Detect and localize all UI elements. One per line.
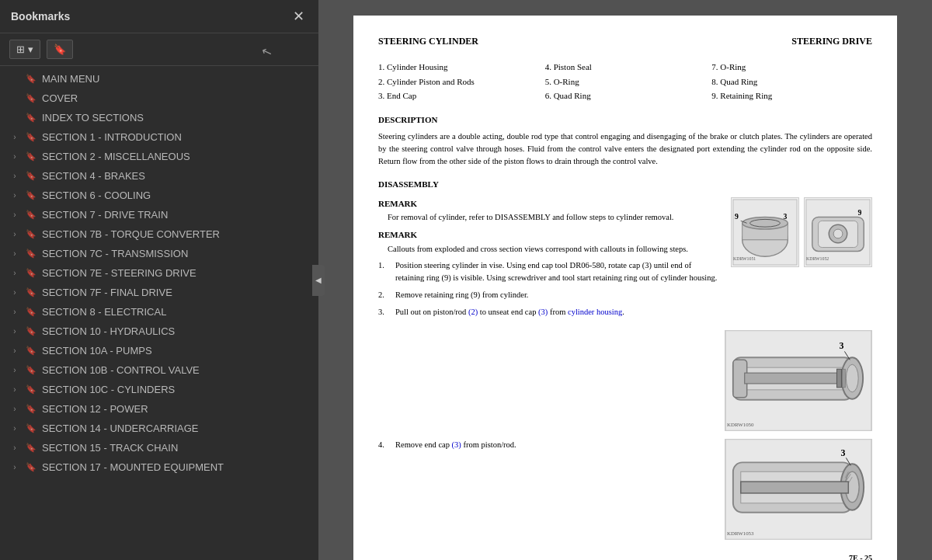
diagram-2: 9 KDRW1052 <box>804 197 872 267</box>
bookmark-item-section-7c[interactable]: ›🔖SECTION 7C - TRANSMISSION <box>0 244 318 263</box>
bookmark-label: SECTION 10 - HYDRAULICS <box>42 325 312 337</box>
bookmark-item-section-10b[interactable]: ›🔖SECTION 10B - CONTROL VALVE <box>0 360 318 380</box>
bookmark-label: SECTION 10C - CYLINDERS <box>42 384 312 395</box>
cursor-arrow-icon: ↖ <box>259 43 274 60</box>
bookmark-item-cover[interactable]: 🔖COVER <box>0 89 318 108</box>
bookmark-item-section-10c[interactable]: ›🔖SECTION 10C - CYLINDERS <box>0 380 318 399</box>
cursor-indicator: ↖ <box>262 44 272 59</box>
diagram-3-container: 3 KDRW1050 <box>725 330 872 431</box>
bookmark-label: SECTION 2 - MISCELLANEOUS <box>42 151 312 162</box>
bookmark-item-main-menu[interactable]: 🔖MAIN MENU <box>0 69 318 89</box>
bookmark-page-icon: 🔖 <box>25 151 37 162</box>
bookmark-item-section-7e[interactable]: ›🔖SECTION 7E - STEERING DRIVE <box>0 263 318 283</box>
expand-arrow-icon: › <box>9 269 20 277</box>
bookmark-label: SECTION 7F - FINAL DRIVE <box>42 287 312 298</box>
step-1-text: Position steering cylinder in vise. Usin… <box>395 259 722 284</box>
parts-list-item: 2. Cylinder Piston and Rods <box>378 75 539 89</box>
step-3-num: 3. <box>378 306 389 318</box>
page-content: STEERING CYLINDER STEERING DRIVE 1. Cyli… <box>353 16 897 560</box>
description-text: Steering cylinders are a double acting, … <box>378 130 872 167</box>
bookmark-page-icon: 🔖 <box>25 307 37 317</box>
bookmark-item-section-7f[interactable]: ›🔖SECTION 7F - FINAL DRIVE <box>0 283 318 302</box>
bookmarks-header: Bookmarks ✕ <box>0 0 318 33</box>
bookmark-label: SECTION 6 - COOLING <box>42 190 312 201</box>
bookmark-page-icon: 🔖 <box>25 113 37 123</box>
bookmark-label: SECTION 1 - INTRODUCTION <box>42 131 312 143</box>
svg-rect-25 <box>836 369 841 388</box>
svg-text:9: 9 <box>857 207 861 216</box>
expand-arrow-icon: › <box>9 210 20 219</box>
expand-arrow-icon: › <box>9 424 20 433</box>
page-header-right: STEERING DRIVE <box>791 34 872 48</box>
expand-arrow-icon: › <box>9 191 20 200</box>
bookmark-page-icon: 🔖 <box>25 93 37 103</box>
bookmarks-toolbar: ⊞ ▾ 🔖 ↖ <box>0 33 318 66</box>
expand-arrow-icon: › <box>9 385 20 394</box>
bookmark-item-section-15[interactable]: ›🔖SECTION 15 - TRACK CHAIN <box>0 438 318 457</box>
parts-list-item: 8. Quad Ring <box>711 75 872 89</box>
bookmark-item-section-8[interactable]: ›🔖SECTION 8 - ELECTRICAL <box>0 302 318 322</box>
bookmark-page-icon: 🔖 <box>25 74 37 84</box>
bookmark-page-icon: 🔖 <box>25 326 37 336</box>
bookmark-label: SECTION 7B - TORQUE CONVERTER <box>42 228 312 240</box>
svg-point-3 <box>742 217 788 229</box>
svg-text:3: 3 <box>783 212 787 221</box>
step-1-num: 1. <box>378 259 389 284</box>
bookmark-icon-button[interactable]: 🔖 <box>47 40 73 59</box>
bookmark-label: SECTION 15 - TRACK CHAIN <box>42 442 312 454</box>
grid-icon: ⊞ <box>16 43 25 55</box>
page-footer: 7E - 25 <box>378 552 872 560</box>
bookmark-page-icon: 🔖 <box>25 443 37 453</box>
bookmark-label: COVER <box>42 92 312 104</box>
svg-text:KDRW1050: KDRW1050 <box>727 423 754 428</box>
bookmark-page-icon: 🔖 <box>25 346 37 356</box>
bookmark-item-section-7b[interactable]: ›🔖SECTION 7B - TORQUE CONVERTER <box>0 224 318 244</box>
bookmarks-title: Bookmarks <box>11 10 70 23</box>
close-button[interactable]: ✕ <box>290 8 308 25</box>
diagram-1: 3 9 KDRW1051 <box>731 197 799 267</box>
remark1-title: REMARK <box>378 197 722 210</box>
bookmark-item-section-1[interactable]: ›🔖SECTION 1 - INTRODUCTION <box>0 127 318 147</box>
document-panel[interactable]: STEERING CYLINDER STEERING DRIVE 1. Cyli… <box>318 0 932 560</box>
step-2: 2. Remove retaining ring (9) from cylind… <box>378 289 722 301</box>
expand-arrow-icon: › <box>9 249 20 258</box>
step-3: 3. Pull out on piston/rod (2) to unseat … <box>378 306 722 318</box>
svg-text:3: 3 <box>840 448 845 459</box>
bookmark-page-icon: 🔖 <box>25 268 37 278</box>
bookmark-label: INDEX TO SECTIONS <box>42 112 312 123</box>
bookmark-item-section-14[interactable]: ›🔖SECTION 14 - UNDERCARRIAGE <box>0 419 318 438</box>
bookmark-page-icon: 🔖 <box>25 287 37 297</box>
bookmark-item-section-7[interactable]: ›🔖SECTION 7 - DRIVE TRAIN <box>0 205 318 224</box>
collapse-arrow-icon: ◀ <box>315 276 322 284</box>
bookmark-item-section-17[interactable]: ›🔖SECTION 17 - MOUNTED EQUIPMENT <box>0 457 318 477</box>
bookmark-icon: 🔖 <box>54 43 66 55</box>
step-3-text: Pull out on piston/rod (2) to unseat end… <box>395 306 722 318</box>
parts-list-item: 6. Quad Ring <box>545 89 706 103</box>
svg-text:3: 3 <box>839 341 843 352</box>
grid-view-button[interactable]: ⊞ ▾ <box>9 40 40 59</box>
expand-arrow-icon: › <box>9 443 20 452</box>
bookmark-item-section-10[interactable]: ›🔖SECTION 10 - HYDRAULICS <box>0 322 318 341</box>
bookmark-label: SECTION 7C - TRANSMISSION <box>42 248 312 259</box>
bookmark-label: SECTION 8 - ELECTRICAL <box>42 306 312 318</box>
bookmark-label: SECTION 4 - BRAKES <box>42 170 312 182</box>
remark1-text: For removal of cylinder, refer to DISASS… <box>388 211 722 224</box>
step-4-text: Remove end cap (3) from piston/rod. <box>395 439 715 451</box>
expand-arrow-icon: › <box>9 463 20 471</box>
disassembly-section: DISASSEMBLY REMARK For removal of cylind… <box>378 178 872 540</box>
bookmark-label: SECTION 14 - UNDERCARRIAGE <box>42 423 312 434</box>
bookmark-item-section-12[interactable]: ›🔖SECTION 12 - POWER <box>0 399 318 419</box>
panel-collapse-handle[interactable]: ◀ <box>312 265 325 296</box>
bookmark-item-section-2[interactable]: ›🔖SECTION 2 - MISCELLANEOUS <box>0 147 318 166</box>
page-header: STEERING CYLINDER STEERING DRIVE <box>378 34 872 51</box>
step-1: 1. Position steering cylinder in vise. U… <box>378 259 722 284</box>
bookmark-item-section-4[interactable]: ›🔖SECTION 4 - BRAKES <box>0 166 318 186</box>
bookmark-item-section-6[interactable]: ›🔖SECTION 6 - COOLING <box>0 186 318 205</box>
diagram-4: 3 KDRW1053 <box>725 439 872 540</box>
disassembly-header: DISASSEMBLY <box>378 178 872 191</box>
step-2-text: Remove retaining ring (9) from cylinder. <box>395 289 722 301</box>
bookmark-page-icon: 🔖 <box>25 171 37 181</box>
bookmark-item-section-10a[interactable]: ›🔖SECTION 10A - PUMPS <box>0 341 318 360</box>
bookmark-item-index-to-sections[interactable]: 🔖INDEX TO SECTIONS <box>0 108 318 127</box>
page-header-left: STEERING CYLINDER <box>378 34 478 48</box>
